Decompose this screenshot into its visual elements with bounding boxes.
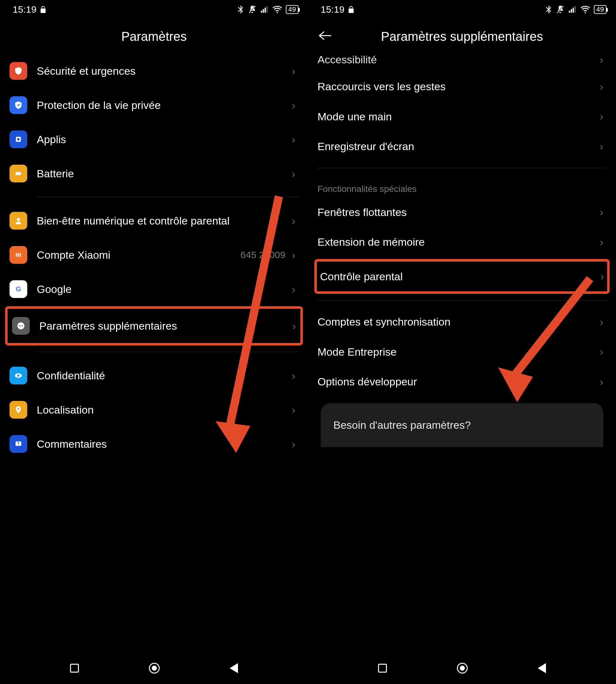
back-button[interactable] xyxy=(317,29,331,44)
svg-rect-3 xyxy=(263,9,264,13)
row-xiaomi-account[interactable]: MI Compte Xiaomi 645 25009 › xyxy=(9,238,299,272)
row-feedback[interactable]: ? Commentaires › xyxy=(9,427,299,461)
location-icon xyxy=(9,401,27,419)
settings-list[interactable]: Sécurité et urgences › Protection de la … xyxy=(0,54,308,652)
chevron-right-icon: › xyxy=(600,236,603,248)
row-label: Batterie xyxy=(37,167,292,181)
lock-icon xyxy=(348,5,354,14)
shield-check-icon xyxy=(9,96,27,114)
row-accounts-sync[interactable]: Comptes et synchronisation › xyxy=(317,307,607,337)
row-label: Raccourcis vers les gestes xyxy=(317,80,600,93)
header-additional: Paramètres supplémentaires xyxy=(308,19,616,54)
row-label: Compte Xiaomi xyxy=(37,248,241,262)
divider xyxy=(317,168,607,168)
row-label: Sécurité et urgences xyxy=(37,64,292,78)
row-developer-options[interactable]: Options développeur › xyxy=(317,367,607,397)
row-wellbeing[interactable]: Bien-être numérique et contrôle parental… xyxy=(9,204,299,238)
row-floating-windows[interactable]: Fenêtres flottantes › xyxy=(317,197,607,227)
bluetooth-icon xyxy=(237,5,244,14)
battery-icon: 49 xyxy=(286,5,299,14)
svg-rect-9 xyxy=(21,173,21,174)
nav-recent-button[interactable] xyxy=(378,664,387,672)
page-title: Paramètres supplémentaires xyxy=(381,29,543,44)
status-bar: 15:19 49 xyxy=(308,0,616,19)
row-label: Accessibilité xyxy=(317,54,600,66)
chevron-right-icon: › xyxy=(292,133,295,146)
row-label: Contrôle parental xyxy=(320,270,600,283)
row-screen-recorder[interactable]: Enregistreur d'écran › xyxy=(317,131,607,161)
svg-rect-26 xyxy=(571,9,572,13)
svg-rect-27 xyxy=(573,7,574,13)
chevron-right-icon: › xyxy=(292,438,295,450)
chevron-right-icon: › xyxy=(292,249,295,261)
screen-additional-settings: 15:19 49 Paramètres supplémentair xyxy=(308,0,616,684)
status-time: 15:19 xyxy=(321,4,345,15)
nav-back-button[interactable] xyxy=(230,663,238,673)
nav-bar xyxy=(308,652,616,684)
row-label: Mode une main xyxy=(317,110,600,123)
row-label: Extension de mémoire xyxy=(317,235,600,249)
footer-text: Besoin d'autres paramètres? xyxy=(333,419,471,431)
lock-icon xyxy=(40,5,46,14)
row-apps[interactable]: Applis › xyxy=(9,122,299,156)
chevron-right-icon: › xyxy=(292,369,295,382)
wifi-icon xyxy=(272,6,282,13)
row-gesture-shortcuts[interactable]: Raccourcis vers les gestes › xyxy=(317,72,607,101)
additional-settings-list[interactable]: Accessibilité › Raccourcis vers les gest… xyxy=(308,54,616,652)
apps-icon xyxy=(9,131,27,148)
row-label: Options développeur xyxy=(317,375,600,389)
row-confidentiality[interactable]: Confidentialité › xyxy=(9,359,299,393)
chevron-right-icon: › xyxy=(600,270,604,282)
row-label: Bien-être numérique et contrôle parental xyxy=(37,214,292,228)
xiaomi-icon: MI xyxy=(9,246,27,264)
row-location[interactable]: Localisation › xyxy=(9,393,299,427)
bluetooth-icon xyxy=(545,5,552,14)
shield-icon xyxy=(9,62,27,80)
svg-rect-2 xyxy=(261,11,262,13)
status-time: 15:19 xyxy=(13,4,37,15)
nav-home-button[interactable] xyxy=(457,663,468,674)
battery-icon: 49 xyxy=(594,5,607,14)
row-value: 645 25009 xyxy=(241,250,286,260)
divider xyxy=(37,197,299,197)
svg-rect-8 xyxy=(16,172,21,175)
chevron-right-icon: › xyxy=(292,283,295,295)
nav-recent-button[interactable] xyxy=(70,664,79,672)
row-enterprise-mode[interactable]: Mode Entreprise › xyxy=(317,337,607,367)
nav-back-button[interactable] xyxy=(538,663,546,673)
svg-point-19 xyxy=(17,408,19,410)
chevron-right-icon: › xyxy=(600,140,603,153)
chevron-right-icon: › xyxy=(600,345,603,358)
svg-point-10 xyxy=(17,218,20,221)
row-label: Applis xyxy=(37,133,292,146)
row-memory-extension[interactable]: Extension de mémoire › xyxy=(317,227,607,257)
chevron-right-icon: › xyxy=(600,206,603,218)
row-label: Comptes et synchronisation xyxy=(317,315,600,329)
row-security[interactable]: Sécurité et urgences › xyxy=(9,54,299,88)
wifi-icon xyxy=(580,6,590,13)
row-accessibility[interactable]: Accessibilité › xyxy=(317,54,607,72)
svg-rect-4 xyxy=(265,7,266,13)
row-label: Google xyxy=(37,282,292,296)
row-privacy[interactable]: Protection de la vie privée › xyxy=(9,88,299,122)
signal-icon xyxy=(261,6,269,13)
header-settings: Paramètres xyxy=(0,19,308,54)
row-battery[interactable]: Batterie › xyxy=(9,156,299,191)
footer-prompt[interactable]: Besoin d'autres paramètres? xyxy=(321,403,603,447)
page-title: Paramètres xyxy=(122,29,187,44)
row-google[interactable]: G Google › xyxy=(9,272,299,306)
chevron-right-icon: › xyxy=(292,65,295,77)
chevron-right-icon: › xyxy=(600,54,603,66)
row-additional-settings[interactable]: Paramètres supplémentaires › xyxy=(5,306,303,345)
row-parental-control[interactable]: Contrôle parental › xyxy=(314,259,610,294)
google-icon: G xyxy=(9,280,27,298)
row-one-hand[interactable]: Mode une main › xyxy=(317,101,607,132)
svg-text:?: ? xyxy=(17,441,19,446)
mute-icon xyxy=(248,5,257,14)
nav-home-button[interactable] xyxy=(149,663,160,674)
section-header: Fonctionnalités spéciales xyxy=(317,175,607,197)
row-label: Mode Entreprise xyxy=(317,345,600,359)
screen-settings: 15:19 49 Paramètres xyxy=(0,0,308,684)
chevron-right-icon: › xyxy=(292,320,296,332)
eye-icon xyxy=(9,367,27,384)
